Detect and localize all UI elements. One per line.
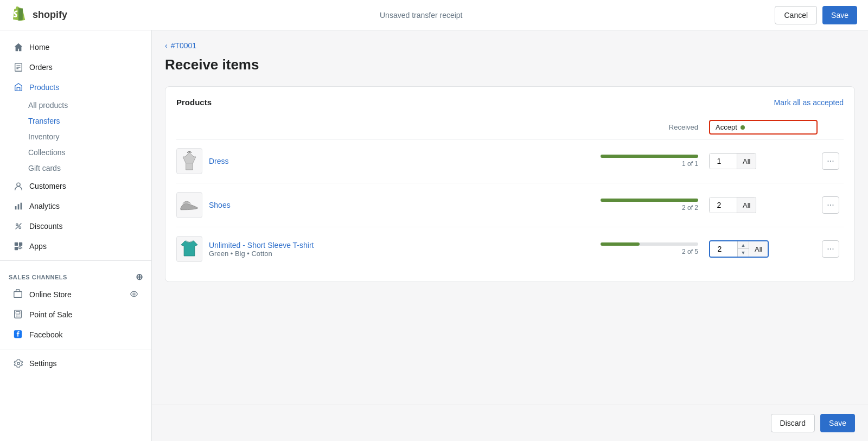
cancel-button[interactable]: Cancel	[775, 6, 817, 24]
sidebar-sub-gift-cards[interactable]: Gift cards	[4, 161, 147, 176]
accept-col-shoes: All	[709, 197, 818, 213]
svg-rect-7	[21, 203, 22, 210]
sidebar-item-analytics[interactable]: Analytics	[4, 196, 147, 216]
svg-point-9	[19, 227, 21, 229]
sidebar-sub-inventory[interactable]: Inventory	[4, 129, 147, 144]
svg-point-21	[16, 316, 17, 317]
svg-rect-13	[15, 247, 18, 250]
customers-icon	[13, 181, 24, 191]
accept-number-tshirt[interactable]	[710, 241, 737, 257]
online-store-label: Online Store	[29, 290, 72, 299]
products-card-title: Products	[176, 98, 212, 107]
progress-fill-shoes	[601, 199, 698, 202]
sidebar-item-facebook[interactable]: Facebook	[4, 325, 147, 344]
sidebar: Home Orders Products All products Transf…	[0, 30, 152, 441]
more-button-tshirt[interactable]: ···	[822, 240, 839, 258]
sidebar-divider-2	[0, 349, 151, 349]
save-button-bottom[interactable]: Save	[820, 414, 855, 432]
accept-number-dress[interactable]	[710, 154, 737, 169]
sidebar-item-point-of-sale[interactable]: Point of Sale	[4, 305, 147, 324]
spinner-up-tshirt[interactable]: ▲	[738, 241, 749, 249]
product-name-shoes[interactable]: Shoes	[209, 201, 231, 209]
sidebar-item-online-store[interactable]: Online Store	[4, 285, 147, 304]
accept-number-shoes[interactable]	[710, 197, 737, 213]
received-text-dress: 1 of 1	[601, 160, 698, 168]
sidebar-item-discounts[interactable]: Discounts	[4, 216, 147, 236]
top-bar-actions: Cancel Save	[775, 6, 857, 24]
online-store-icon	[13, 289, 24, 300]
svg-rect-20	[16, 312, 20, 315]
sidebar-label-settings: Settings	[29, 359, 57, 368]
sidebar-item-orders[interactable]: Orders	[4, 57, 147, 77]
accept-header-label: Accept	[716, 123, 737, 131]
sidebar-sub-transfers[interactable]: Transfers	[4, 113, 147, 129]
accept-col-dress: All	[709, 153, 818, 169]
received-shoes: 2 of 2	[601, 199, 709, 212]
accept-all-btn-shoes[interactable]: All	[737, 197, 756, 213]
breadcrumb-back-icon[interactable]: ‹	[165, 41, 168, 50]
accept-header-area: Accept	[709, 120, 818, 135]
svg-rect-5	[15, 206, 17, 209]
product-thumbnail-tshirt	[176, 236, 202, 262]
sidebar-item-home[interactable]: Home	[4, 37, 147, 57]
product-name-dress[interactable]: Dress	[209, 157, 229, 165]
sidebar-label-discounts: Discounts	[29, 222, 62, 231]
product-info-dress: Dress	[176, 148, 601, 174]
add-sales-channel-icon[interactable]: ⊕	[136, 272, 143, 282]
page-title: Receive items	[165, 56, 855, 73]
eye-icon[interactable]	[130, 290, 138, 300]
discard-button[interactable]: Discard	[771, 414, 815, 432]
pos-label: Point of Sale	[29, 310, 72, 319]
sidebar-item-products[interactable]: Products	[4, 78, 147, 97]
received-tshirt: 2 of 5	[601, 242, 709, 255]
logo: shopify	[11, 7, 67, 24]
logo-text: shopify	[33, 9, 67, 21]
breadcrumb-link[interactable]: #T0001	[171, 41, 196, 50]
col-received-header: Received	[601, 123, 709, 131]
mark-all-accepted-link[interactable]: Mark all as accepted	[774, 98, 844, 107]
accept-dot-icon	[741, 125, 745, 130]
table-row: Unlimited - Short Sleeve T-shirt Green •…	[176, 227, 844, 271]
svg-point-8	[16, 224, 18, 226]
product-name-tshirt[interactable]: Unlimited - Short Sleeve T-shirt	[209, 241, 314, 250]
svg-rect-17	[14, 292, 22, 298]
sidebar-item-apps[interactable]: Apps	[4, 237, 147, 256]
progress-fill-tshirt	[601, 242, 640, 246]
accept-input-dress: All	[709, 153, 756, 169]
sidebar-item-settings[interactable]: Settings	[4, 354, 147, 373]
page-status-title: Unsaved transfer receipt	[380, 11, 463, 20]
apps-icon	[13, 241, 24, 252]
products-card: Products Mark all as accepted Received A…	[165, 86, 855, 282]
svg-point-22	[17, 316, 18, 317]
more-button-dress[interactable]: ···	[822, 152, 839, 170]
progress-bar-tshirt	[601, 242, 698, 246]
sidebar-label-analytics: Analytics	[29, 202, 60, 210]
accept-all-btn-tshirt[interactable]: All	[749, 241, 768, 257]
sidebar-label-home: Home	[29, 43, 49, 52]
svg-rect-11	[15, 242, 18, 246]
top-bar: shopify Unsaved transfer receipt Cancel …	[0, 0, 868, 30]
received-text-tshirt: 2 of 5	[601, 248, 698, 255]
accept-all-btn-dress[interactable]: All	[737, 154, 756, 169]
progress-bar-shoes	[601, 199, 698, 202]
svg-point-23	[18, 316, 20, 317]
product-info-shoes: Shoes	[176, 192, 601, 218]
save-button-top[interactable]: Save	[822, 6, 857, 24]
sales-channels-title: SALES CHANNELS ⊕	[0, 265, 151, 284]
product-variant-tshirt: Green • Big • Cotton	[209, 250, 314, 258]
card-header: Products Mark all as accepted	[176, 98, 844, 107]
svg-point-25	[17, 362, 20, 365]
spinner-down-tshirt[interactable]: ▼	[738, 249, 749, 257]
more-button-shoes[interactable]: ···	[822, 196, 839, 214]
table-row: Shoes 2 of 2 All	[176, 183, 844, 227]
svg-point-4	[17, 183, 20, 186]
table-header: Received Accept	[176, 116, 844, 139]
sidebar-label-apps: Apps	[29, 242, 47, 251]
product-info-tshirt: Unlimited - Short Sleeve T-shirt Green •…	[176, 236, 601, 262]
sidebar-divider	[0, 260, 151, 261]
app-body: Home Orders Products All products Transf…	[0, 30, 868, 441]
svg-point-18	[133, 293, 135, 295]
sidebar-item-customers[interactable]: Customers	[4, 176, 147, 196]
sidebar-sub-all-products[interactable]: All products	[4, 98, 147, 113]
sidebar-sub-collections[interactable]: Collections	[4, 145, 147, 160]
